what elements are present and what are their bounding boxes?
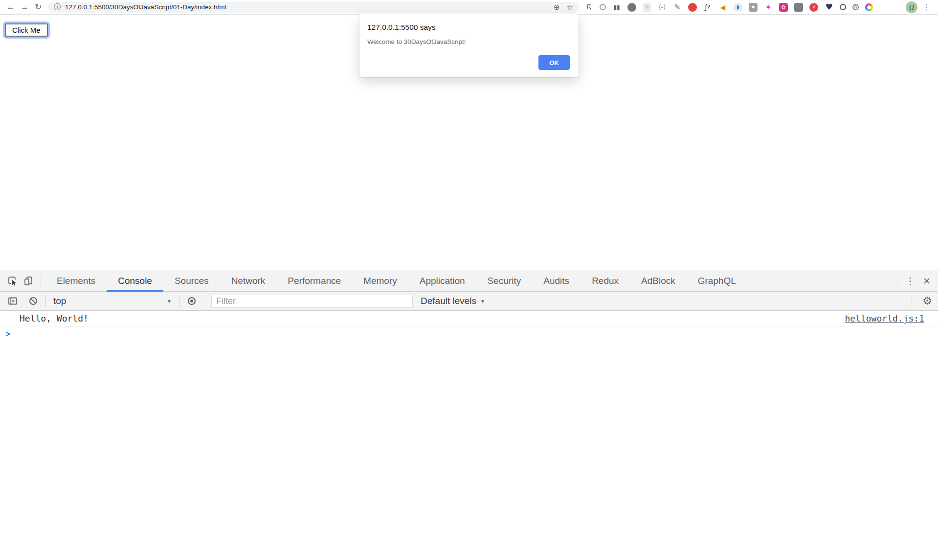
execution-context-select[interactable]: top ▼ [53, 296, 175, 306]
devtools-menu-icon[interactable]: ⋮ [902, 275, 918, 287]
levels-dropdown-arrow-icon: ▼ [480, 299, 485, 304]
toolbar-separator [900, 3, 900, 12]
graphql-star-glyph: ✶ [765, 3, 771, 11]
console-prompt[interactable]: > [0, 326, 938, 341]
browser-toolbar: ← → ↻ ⓘ 127.0.0.1:5500/30DaysOfJavaScrip… [0, 0, 938, 15]
megaphone-glyph: ◀ [720, 4, 726, 11]
forward-button[interactable]: → [18, 0, 31, 14]
log-levels-select[interactable]: Default levels ▼ [421, 296, 485, 306]
extensions-row: F,▮▮❖(-)✎ƒ?◀◗●✶✿∨♥W [584, 3, 873, 12]
pink-app-icon[interactable]: ✿ [779, 3, 788, 12]
clear-console-icon[interactable] [25, 293, 41, 309]
tab-sources[interactable]: Sources [163, 270, 220, 292]
camera-glyph: ● [752, 5, 755, 9]
bug-icon[interactable] [627, 3, 636, 12]
tab-application[interactable]: Application [408, 270, 476, 292]
console-source-link[interactable]: helloworld.js:1 [845, 313, 924, 323]
tab-security[interactable]: Security [476, 270, 533, 292]
browser-menu-icon[interactable]: ⋮ [919, 0, 933, 14]
paren-dash-icon[interactable]: (-) [658, 3, 667, 12]
reload-button[interactable]: ↻ [31, 0, 45, 14]
megaphone-icon[interactable]: ◀ [718, 3, 727, 12]
address-bar[interactable]: ⓘ 127.0.0.1:5500/30DaysOfJavaScript/01-D… [48, 2, 579, 13]
devtools-tabbar: Elements Console Sources Network Perform… [0, 270, 938, 292]
fontface-icon[interactable]: F, [584, 3, 593, 12]
tab-memory[interactable]: Memory [352, 270, 408, 292]
tab-redux[interactable]: Redux [581, 270, 630, 292]
gray-blocks-icon[interactable] [794, 3, 803, 12]
console-sidebar-toggle-icon[interactable] [5, 293, 21, 309]
columns-icon[interactable]: ▮▮ [612, 3, 621, 12]
columns-glyph: ▮▮ [613, 4, 620, 10]
tab-network[interactable]: Network [220, 270, 277, 292]
url-text[interactable]: 127.0.0.1:5500/30DaysOfJavaScript/01-Day… [65, 3, 547, 11]
console-prompt-chevron-icon: > [5, 329, 10, 339]
eyedropper-icon[interactable]: ✎ [673, 3, 682, 12]
tab-audits[interactable]: Audits [532, 270, 581, 292]
log-levels-value: Default levels [421, 296, 476, 306]
tab-graphql[interactable]: GraphQL [687, 270, 747, 292]
settings-gear-icon[interactable]: ⚙ [916, 295, 938, 307]
console-toolbar-separator-2 [179, 295, 179, 307]
context-dropdown-arrow-icon: ▼ [167, 299, 172, 304]
fn-question-icon[interactable]: ƒ? [703, 3, 712, 12]
paren-dash-glyph: (-) [659, 4, 666, 10]
profile-avatar[interactable]: {} [906, 1, 917, 13]
w-badge-icon[interactable]: W [852, 4, 859, 10]
devtools-panel: Elements Console Sources Network Perform… [0, 270, 938, 560]
heart-lens-glyph: ♥ [825, 3, 832, 11]
site-info-icon[interactable]: ⓘ [54, 3, 61, 12]
tab-adblock[interactable]: AdBlock [630, 270, 687, 292]
faded-grid-glyph: ❖ [645, 4, 649, 10]
alert-message: Welcome to 30DaysOfJavaScript! [367, 38, 570, 45]
adblock-icon[interactable] [688, 3, 697, 12]
alert-ok-button[interactable]: OK [538, 55, 570, 70]
console-filter-input[interactable] [211, 295, 413, 308]
camera-icon[interactable]: ● [749, 3, 758, 12]
rainbow-icon[interactable] [865, 3, 873, 11]
tabbar-right-separator [897, 275, 897, 287]
zoom-icon[interactable]: ⊕ [554, 2, 560, 13]
eyedropper-glyph: ✎ [674, 3, 680, 11]
graphql-star-icon[interactable]: ✶ [764, 3, 773, 12]
console-toolbar-separator [45, 295, 46, 307]
click-me-button[interactable]: Click Me [5, 23, 48, 37]
tab-console[interactable]: Console [107, 270, 163, 292]
fontface-glyph: F, [586, 4, 591, 11]
inspect-element-icon[interactable] [5, 273, 21, 289]
devtools-close-icon[interactable]: × [918, 274, 935, 288]
console-log-text: Hello, World! [20, 313, 89, 323]
gray-ring-g-icon[interactable] [840, 4, 846, 10]
pocket-icon[interactable]: ∨ [809, 3, 818, 12]
pocket-glyph: ∨ [812, 5, 816, 9]
faded-grid-icon[interactable]: ❖ [643, 3, 651, 12]
fn-question-glyph: ƒ? [705, 4, 710, 10]
tab-elements[interactable]: Elements [45, 270, 107, 292]
pink-app-glyph: ✿ [782, 5, 785, 10]
blue-orb-icon[interactable]: ◗ [734, 3, 742, 12]
alert-title: 127.0.0.1:5500 says [367, 23, 570, 32]
tab-performance[interactable]: Performance [276, 270, 352, 292]
back-button[interactable]: ← [4, 0, 18, 14]
shutter-icon[interactable] [600, 4, 606, 10]
device-toolbar-icon[interactable] [21, 273, 36, 289]
blue-orb-glyph: ◗ [737, 4, 739, 10]
tabbar-separator [41, 275, 41, 287]
bookmark-star-icon[interactable]: ☆ [567, 2, 573, 13]
alert-dialog: 127.0.0.1:5500 says Welcome to 30DaysOfJ… [359, 14, 579, 77]
heart-lens-icon[interactable]: ♥ [825, 3, 833, 12]
execution-context-value: top [53, 296, 66, 306]
w-badge-glyph: W [854, 5, 858, 9]
console-toolbar: top ▼ Default levels ▼ ⚙ [0, 292, 938, 311]
console-message-row: Hello, World! helloworld.js:1 [0, 311, 938, 326]
live-expression-eye-icon[interactable] [184, 293, 200, 309]
console-toolbar-right-separator [912, 295, 912, 307]
